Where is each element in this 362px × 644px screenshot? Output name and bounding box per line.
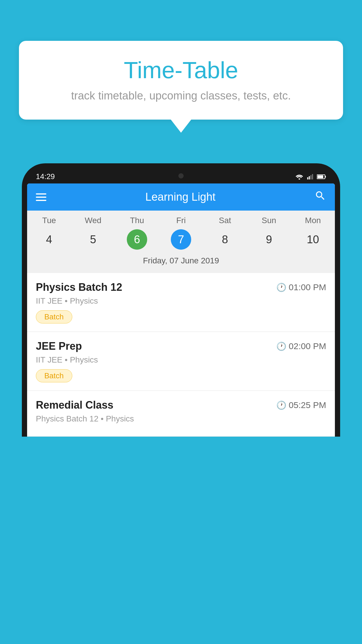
day-number[interactable]: 8 <box>215 229 235 250</box>
bubble-title: Time-Table <box>36 57 326 84</box>
day-name: Sat <box>203 216 247 225</box>
event-time: 🕐 02:00 PM <box>276 341 326 351</box>
clock-icon: 🕐 <box>276 283 287 292</box>
status-time: 14:29 <box>36 172 55 181</box>
svg-rect-5 <box>325 176 326 178</box>
event-title: JEE Prep <box>36 340 82 352</box>
day-name: Thu <box>115 216 159 225</box>
events-list: Physics Batch 12 🕐 01:00 PM IIT JEE • Ph… <box>27 273 335 437</box>
event-card[interactable]: Physics Batch 12 🕐 01:00 PM IIT JEE • Ph… <box>27 273 335 332</box>
svg-rect-2 <box>310 175 312 179</box>
day-name: Fri <box>159 216 203 225</box>
phone-frame: 14:29 Learning Light <box>22 163 340 437</box>
batch-badge: Batch <box>36 310 72 323</box>
notch <box>166 169 196 183</box>
camera-dot <box>178 173 184 178</box>
svg-rect-1 <box>309 176 310 179</box>
batch-badge: Batch <box>36 369 72 382</box>
day-name: Wed <box>71 216 115 225</box>
svg-rect-6 <box>317 175 323 178</box>
phone-top-bar: 14:29 <box>27 169 335 181</box>
day-number[interactable]: 9 <box>259 229 279 250</box>
bubble-subtitle: track timetable, upcoming classes, tests… <box>36 90 326 102</box>
phone-screen: Learning Light Tue 4 Wed 5 Thu 6 Fri 7 S… <box>27 183 335 437</box>
event-card[interactable]: Remedial Class 🕐 05:25 PM Physics Batch … <box>27 391 335 437</box>
clock-icon: 🕐 <box>276 400 287 410</box>
event-meta: IIT JEE • Physics <box>36 355 326 365</box>
calendar-section: Tue 4 Wed 5 Thu 6 Fri 7 Sat 8 Sun 9 Mon … <box>27 211 335 273</box>
calendar-day-col[interactable]: Wed 5 <box>71 216 115 250</box>
calendar-day-col[interactable]: Sun 9 <box>247 216 291 250</box>
speech-bubble: Time-Table track timetable, upcoming cla… <box>19 41 343 120</box>
day-name: Sun <box>247 216 291 225</box>
calendar-day-col[interactable]: Mon 10 <box>291 216 335 250</box>
calendar-day-col[interactable]: Tue 4 <box>27 216 71 250</box>
day-number[interactable]: 7 <box>171 229 191 250</box>
phone-container: 14:29 Learning Light <box>22 163 340 644</box>
day-name: Mon <box>291 216 335 225</box>
event-row: JEE Prep 🕐 02:00 PM <box>36 340 326 352</box>
day-number[interactable]: 10 <box>303 229 323 250</box>
day-number[interactable]: 4 <box>39 229 59 250</box>
app-title: Learning Light <box>145 191 216 203</box>
event-title: Physics Batch 12 <box>36 281 122 293</box>
event-card[interactable]: JEE Prep 🕐 02:00 PM IIT JEE • Physics Ba… <box>27 332 335 391</box>
app-bar: Learning Light <box>27 183 335 211</box>
search-button[interactable] <box>314 190 326 204</box>
event-meta: IIT JEE • Physics <box>36 296 326 306</box>
selected-date-label: Friday, 07 June 2019 <box>27 253 335 270</box>
calendar-day-col[interactable]: Thu 6 <box>115 216 159 250</box>
event-row: Physics Batch 12 🕐 01:00 PM <box>36 281 326 293</box>
clock-icon: 🕐 <box>276 342 287 351</box>
day-number[interactable]: 6 <box>127 229 147 250</box>
signal-icon <box>306 174 314 180</box>
day-number[interactable]: 5 <box>83 229 103 250</box>
svg-rect-0 <box>307 177 308 179</box>
days-header: Tue 4 Wed 5 Thu 6 Fri 7 Sat 8 Sun 9 Mon … <box>27 211 335 253</box>
calendar-day-col[interactable]: Fri 7 <box>159 216 203 250</box>
day-name: Tue <box>27 216 71 225</box>
speech-bubble-container: Time-Table track timetable, upcoming cla… <box>19 41 343 133</box>
event-time: 🕐 05:25 PM <box>276 400 326 410</box>
calendar-day-col[interactable]: Sat 8 <box>203 216 247 250</box>
event-row: Remedial Class 🕐 05:25 PM <box>36 399 326 411</box>
event-meta: Physics Batch 12 • Physics <box>36 414 326 424</box>
speech-bubble-tail <box>171 120 191 133</box>
battery-icon <box>317 174 326 180</box>
event-time: 🕐 01:00 PM <box>276 282 326 292</box>
status-icons <box>295 174 326 180</box>
hamburger-menu-icon[interactable] <box>36 193 46 201</box>
event-title: Remedial Class <box>36 399 113 411</box>
wifi-icon <box>295 174 303 180</box>
svg-rect-3 <box>312 174 313 179</box>
